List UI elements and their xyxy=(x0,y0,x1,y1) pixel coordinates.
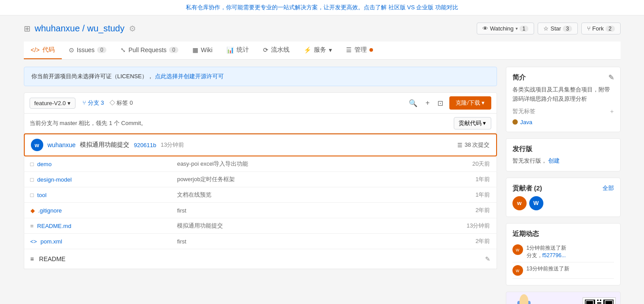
tab-manage[interactable]: ☰ 管理 xyxy=(339,42,380,59)
clone-label: 克隆/下载 ▾ xyxy=(456,99,485,107)
file-link[interactable]: .gitignore xyxy=(38,207,62,214)
watching-label: Watching xyxy=(490,25,514,32)
star-count: 3 xyxy=(563,26,572,32)
repo-header: ⊞ whuhanxue / wu_study ⚙ 👁 Watching ▾ 1 … xyxy=(24,23,621,34)
file-name-cell[interactable]: □ design-model xyxy=(24,172,171,187)
file-link[interactable]: README.md xyxy=(37,223,71,229)
repo-separator: / xyxy=(80,23,87,33)
repo-actions: 👁 Watching ▾ 1 ☆ Star 3 ⑂ Fork 2 xyxy=(477,23,621,34)
pipeline-icon: ⟳ xyxy=(263,46,268,53)
search-button[interactable]: 🔍 xyxy=(407,97,419,109)
branch-info: ⑂ 分支 3 ◇ 标签 0 xyxy=(83,99,133,107)
tab-pulls[interactable]: ⤡ Pull Requests 0 xyxy=(113,42,185,59)
main-content: 你当前开源项目尚未选择许可证（LICENSE）， 点此选择并创建开源许可可 fe… xyxy=(24,67,497,304)
file-time: 13分钟前 xyxy=(398,218,497,234)
tab-pipeline[interactable]: ⟳ 流水线 xyxy=(256,42,297,59)
license-link[interactable]: 点此选择并创建开源许可可 xyxy=(155,73,224,80)
fork-icon: ⑂ xyxy=(587,25,591,32)
file-name-cell[interactable]: ◆ .gitignore xyxy=(24,203,171,218)
activity-title: 近期动态 xyxy=(512,230,614,238)
readme-edit-icon[interactable]: ✎ xyxy=(485,255,490,262)
tab-wiki[interactable]: ▦ Wiki xyxy=(185,42,219,59)
commit-row: w wuhanxue 模拟通用功能提交 920611b 13分钟前 ☰ 38 次… xyxy=(24,133,497,156)
language-row: Java xyxy=(512,119,614,125)
svg-rect-8 xyxy=(597,302,601,304)
code-icon: </> xyxy=(31,46,40,53)
add-tag-icon[interactable]: + xyxy=(610,108,614,115)
add-file-button[interactable]: + xyxy=(424,97,431,109)
eye-icon: 👁 xyxy=(482,25,488,32)
pulls-icon: ⤡ xyxy=(121,46,126,53)
tab-issues[interactable]: ⊙ Issues 0 xyxy=(62,42,113,59)
contribute-label: 贡献代码 ▾ xyxy=(459,119,486,127)
svg-rect-1 xyxy=(586,301,593,304)
branch-selector[interactable]: feature-V2.0 ▾ xyxy=(30,98,76,109)
file-link[interactable]: tool xyxy=(37,192,46,198)
star-label: Star xyxy=(550,25,561,32)
create-release-link[interactable]: 创建 xyxy=(548,157,560,164)
file-message: powerjob定时任务框架 xyxy=(171,172,398,187)
sidebar: 简介 ✎ 各类实战项目及工具集整合项目，附带源码详细思路介绍及原理分析 暂无标签… xyxy=(506,67,621,304)
tab-stats[interactable]: 📊 统计 xyxy=(219,42,256,59)
file-time: 20天前 xyxy=(398,156,497,172)
clone-button[interactable]: 克隆/下载 ▾ xyxy=(449,96,491,110)
file-time: 2年前 xyxy=(398,203,497,218)
code-file-icon: <> xyxy=(30,238,37,245)
activity-avatar-1: w xyxy=(512,244,523,255)
file-message: 模拟通用功能提交 xyxy=(171,218,398,234)
git-icon: ◆ xyxy=(30,207,35,214)
watching-arrow: ▾ xyxy=(516,26,518,31)
file-link[interactable]: demo xyxy=(37,161,52,167)
license-text: 你当前开源项目尚未选择许可证（LICENSE）， xyxy=(31,73,154,80)
release-title: 发行版 xyxy=(512,145,614,153)
banner-text: 私有仓库协作，你可能需要更专业的一站式解决方案，让开发更高效。点击了解 社区版 … xyxy=(186,4,458,11)
file-message: easy-poi excel导入导出功能 xyxy=(171,156,398,172)
sidebar-contributors: 贡献者 (2) 全部 w W xyxy=(506,178,621,217)
monitor-button[interactable]: ⊡ xyxy=(436,97,445,109)
contributors-all-link[interactable]: 全部 xyxy=(603,184,614,192)
tab-code[interactable]: </> 代码 xyxy=(24,42,62,59)
repo-name[interactable]: wu_study xyxy=(87,23,124,33)
promo-illustration xyxy=(511,296,537,304)
watching-button[interactable]: 👁 Watching ▾ 1 xyxy=(477,23,534,34)
commit-message: 模拟通用功能提交 xyxy=(80,141,129,149)
table-row: <> pom.xml first 2年前 xyxy=(24,234,497,249)
file-name-cell[interactable]: ≡ README.md xyxy=(24,218,171,234)
folder-icon: □ xyxy=(30,176,34,183)
promo-section: CSDN @wu@5335 xyxy=(506,292,621,304)
release-desc: 暂无发行版， 创建 xyxy=(512,157,614,165)
folder-icon: □ xyxy=(30,161,34,167)
repo-fullname[interactable]: whuhanxue / wu_study xyxy=(35,23,124,34)
commit-count: ☰ 38 次提交 xyxy=(457,141,490,149)
repo-owner[interactable]: whuhanxue xyxy=(35,23,80,33)
table-row: □ demo easy-poi excel导入导出功能 20天前 xyxy=(24,156,497,172)
activity-text-2: 13分钟前推送了新 xyxy=(527,265,569,273)
file-name-cell[interactable]: <> pom.xml xyxy=(24,234,171,249)
lang-label[interactable]: Java xyxy=(520,119,532,125)
compare-text: 当前分支与 master 相比，领先 1 个 Commit。 xyxy=(30,119,147,127)
fork-count: 2 xyxy=(606,26,615,32)
settings-icon[interactable]: ⚙ xyxy=(129,24,136,34)
file-name-cell[interactable]: □ demo xyxy=(24,156,171,172)
tab-services[interactable]: ⚡ 服务 ▾ xyxy=(297,42,339,59)
commit-left: w wuhanxue 模拟通用功能提交 920611b 13分钟前 xyxy=(31,139,185,151)
tags-row: 暂无标签 + xyxy=(512,107,614,115)
readme-section: ≡ README ✎ xyxy=(24,249,497,269)
fork-button[interactable]: ⑂ Fork 2 xyxy=(581,23,621,34)
file-link[interactable]: pom.xml xyxy=(41,238,62,245)
edit-intro-icon[interactable]: ✎ xyxy=(608,73,614,82)
contribute-button[interactable]: 贡献代码 ▾ xyxy=(454,117,491,129)
watching-count: 1 xyxy=(520,26,529,32)
commit-hash[interactable]: 920611b xyxy=(134,142,156,148)
compare-bar: 当前分支与 master 相比，领先 1 个 Commit。 贡献代码 ▾ xyxy=(24,114,497,133)
repo-title-area: ⊞ whuhanxue / wu_study ⚙ xyxy=(24,23,136,34)
contributor-avatar-1[interactable]: w xyxy=(512,196,527,210)
commit-author[interactable]: wuhanxue xyxy=(48,141,76,148)
star-button[interactable]: ☆ Star 3 xyxy=(538,23,578,34)
contributor-avatar-2[interactable]: W xyxy=(529,196,543,210)
table-row: □ design-model powerjob定时任务框架 1年前 xyxy=(24,172,497,187)
table-row: ≡ README.md 模拟通用功能提交 13分钟前 xyxy=(24,218,497,234)
file-time: 2年前 xyxy=(398,234,497,249)
file-name-cell[interactable]: □ tool xyxy=(24,187,171,203)
file-link[interactable]: design-model xyxy=(37,176,72,183)
